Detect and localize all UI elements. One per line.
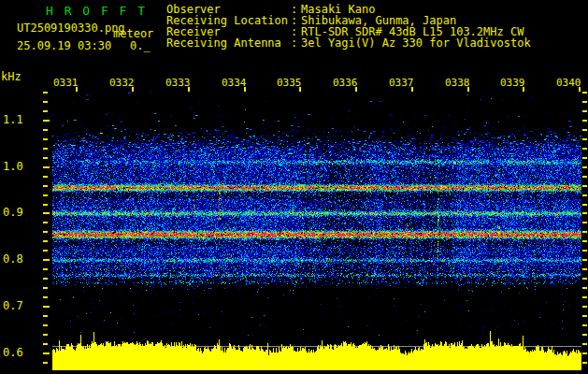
freq-tick-mark (582, 343, 587, 345)
freq-tick-label: 0.6 (3, 347, 23, 359)
freq-tick-mark (582, 212, 587, 214)
freq-tick-mark (582, 222, 587, 223)
freq-tick-mark (43, 259, 50, 261)
hrofft-screen: H R O F F T UT2509190330.png meteor 25.0… (0, 0, 588, 374)
freq-tick-mark (582, 185, 587, 187)
freq-tick-mark (43, 296, 48, 298)
freq-tick-mark (43, 157, 48, 159)
freq-tick-mark (43, 212, 50, 214)
metadata-separator: : (291, 37, 297, 50)
freq-tick-mark (582, 278, 587, 280)
freq-tick-mark (582, 129, 587, 131)
freq-tick-mark (582, 166, 587, 168)
freq-tick-label: 0.9 (3, 207, 23, 219)
freq-tick-mark (43, 362, 48, 364)
freq-tick-mark (43, 343, 48, 345)
freq-tick-mark (582, 176, 587, 178)
freq-tick-mark (43, 334, 48, 336)
freq-tick-mark (43, 315, 48, 317)
freq-tick-mark (43, 278, 48, 280)
freq-tick-mark (582, 362, 587, 364)
freq-tick-mark (43, 287, 48, 289)
freq-tick-mark (43, 110, 48, 112)
freq-tick-mark (43, 129, 48, 131)
freq-tick-mark (43, 204, 48, 206)
freq-tick-mark (582, 324, 587, 326)
freq-tick-mark (582, 110, 587, 112)
metadata-label: Receiving Antenna (166, 37, 281, 50)
freq-tick-mark (582, 250, 587, 252)
freq-tick-mark (582, 268, 587, 270)
freq-tick-label: 0.8 (3, 253, 23, 266)
freq-tick-mark (43, 166, 50, 168)
freq-tick-mark (43, 148, 48, 150)
freq-tick-mark (582, 120, 587, 122)
freq-tick-mark (43, 138, 48, 140)
freq-tick-mark (43, 231, 48, 233)
freq-tick-mark (582, 204, 587, 206)
freq-tick-mark (582, 287, 587, 289)
freq-tick-label: 1.1 (3, 114, 23, 126)
spectrogram-canvas (52, 73, 581, 372)
freq-tick-mark (582, 240, 587, 242)
freq-tick-mark (43, 176, 48, 178)
freq-tick-mark (582, 194, 587, 196)
freq-tick-mark (582, 334, 587, 336)
freq-tick-mark (43, 240, 48, 242)
freq-tick-mark (582, 231, 587, 233)
date-time-text: 25.09.19 03:30 (17, 40, 111, 52)
freq-tick-mark (43, 120, 50, 122)
freq-tick-mark (43, 101, 48, 103)
freq-tick-mark (43, 250, 48, 252)
freq-tick-mark (582, 296, 587, 298)
freq-tick-mark (43, 324, 48, 326)
freq-tick-mark (582, 101, 587, 103)
freq-tick-mark (582, 352, 587, 354)
freq-tick-mark (582, 315, 587, 317)
freq-tick-mark (43, 185, 48, 187)
freq-tick-mark (43, 222, 48, 223)
freq-tick-mark (43, 268, 48, 270)
freq-tick-mark (43, 352, 50, 354)
freq-tick-mark (582, 92, 587, 94)
freq-tick-mark (43, 92, 48, 94)
status-counter: 0._ (130, 40, 151, 52)
freq-tick-mark (582, 148, 587, 150)
freq-tick-mark (582, 138, 587, 140)
freq-tick-mark (582, 259, 587, 261)
app-title: H R O F F T (46, 4, 147, 18)
freq-tick-mark (582, 306, 587, 308)
freq-tick-mark (43, 306, 50, 308)
freq-tick-label: 0.7 (3, 300, 23, 312)
freq-tick-mark (582, 157, 587, 159)
freq-axis-unit-label: kHz (1, 71, 22, 83)
output-filename: UT2509190330.png (17, 22, 125, 35)
freq-tick-mark (43, 194, 48, 196)
freq-tick-label: 1.0 (3, 161, 23, 173)
metadata-value: 3el Yagi(V) Az 330 for Vladivostok (301, 37, 531, 50)
